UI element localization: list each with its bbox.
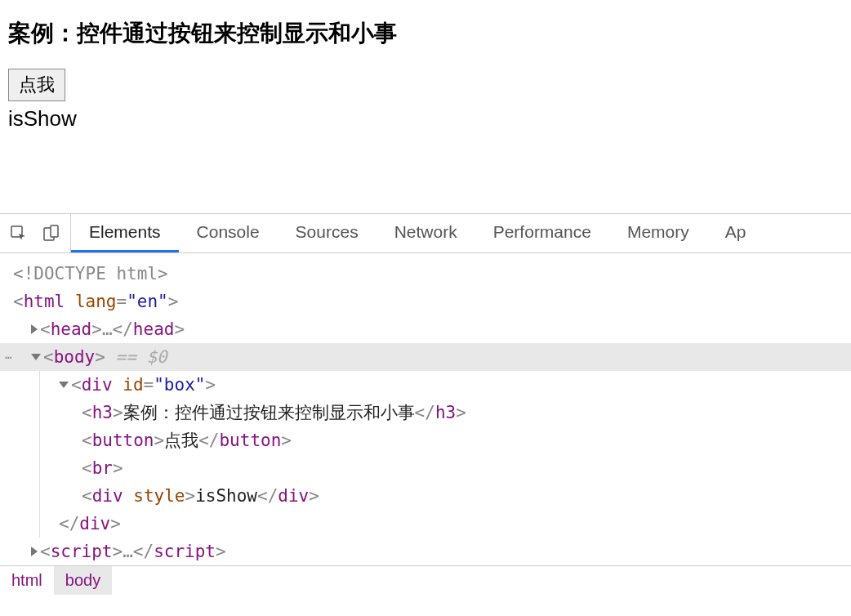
- devtools-panel: Elements Console Sources Network Perform…: [0, 213, 851, 595]
- breadcrumb-body[interactable]: body: [54, 566, 112, 595]
- tab-sources[interactable]: Sources: [278, 214, 376, 252]
- is-show-text: isShow: [8, 106, 843, 132]
- gutter-dots-icon[interactable]: ⋯: [0, 343, 16, 371]
- tab-application-truncated[interactable]: Ap: [707, 214, 764, 252]
- dom-tree[interactable]: <!DOCTYPE html> <html lang="en"> <head>……: [0, 253, 851, 565]
- dom-line-button[interactable]: <button>点我</button>: [0, 426, 851, 454]
- dom-line-script[interactable]: <script>…</script>: [0, 538, 851, 565]
- dom-line-doctype[interactable]: <!DOCTYPE html>: [0, 260, 851, 288]
- dom-line-br[interactable]: <br>: [0, 454, 851, 482]
- tab-console[interactable]: Console: [179, 214, 278, 252]
- dom-line-div-box-open[interactable]: <div id="box">: [0, 371, 851, 399]
- devtools-toolbar: Elements Console Sources Network Perform…: [0, 214, 851, 253]
- tab-network[interactable]: Network: [376, 214, 475, 252]
- click-me-button[interactable]: 点我: [8, 69, 65, 101]
- breadcrumb-html[interactable]: html: [0, 566, 54, 595]
- dom-line-html-open[interactable]: <html lang="en">: [0, 288, 851, 315]
- collapse-arrow-icon[interactable]: [31, 354, 41, 360]
- expand-arrow-icon[interactable]: [31, 547, 38, 556]
- dom-line-head[interactable]: <head>…</head>: [0, 315, 851, 343]
- collapse-arrow-icon[interactable]: [59, 382, 69, 388]
- page-content: 案例：控件通过按钮来控制显示和小事 点我 isShow: [0, 0, 851, 140]
- dom-line-div-style[interactable]: <div style>isShow</div>: [0, 482, 851, 510]
- dom-line-h3[interactable]: <h3>案例：控件通过按钮来控制显示和小事</h3>: [0, 399, 851, 426]
- inspect-element-icon[interactable]: [10, 225, 28, 243]
- svg-rect-2: [51, 225, 58, 237]
- expand-arrow-icon[interactable]: [31, 324, 38, 334]
- dom-line-body[interactable]: ⋯ <body> == $0: [0, 343, 851, 371]
- device-toolbar-icon[interactable]: [42, 225, 60, 243]
- tab-memory[interactable]: Memory: [609, 214, 707, 252]
- page-heading: 案例：控件通过按钮来控制显示和小事: [8, 18, 843, 49]
- dom-line-div-box-close[interactable]: </div>: [0, 510, 851, 538]
- tab-elements[interactable]: Elements: [71, 214, 179, 252]
- dom-breadcrumb: html body: [0, 565, 851, 595]
- toolbar-icons: [0, 214, 71, 252]
- tab-performance[interactable]: Performance: [475, 214, 609, 252]
- devtools-tabs: Elements Console Sources Network Perform…: [71, 214, 764, 252]
